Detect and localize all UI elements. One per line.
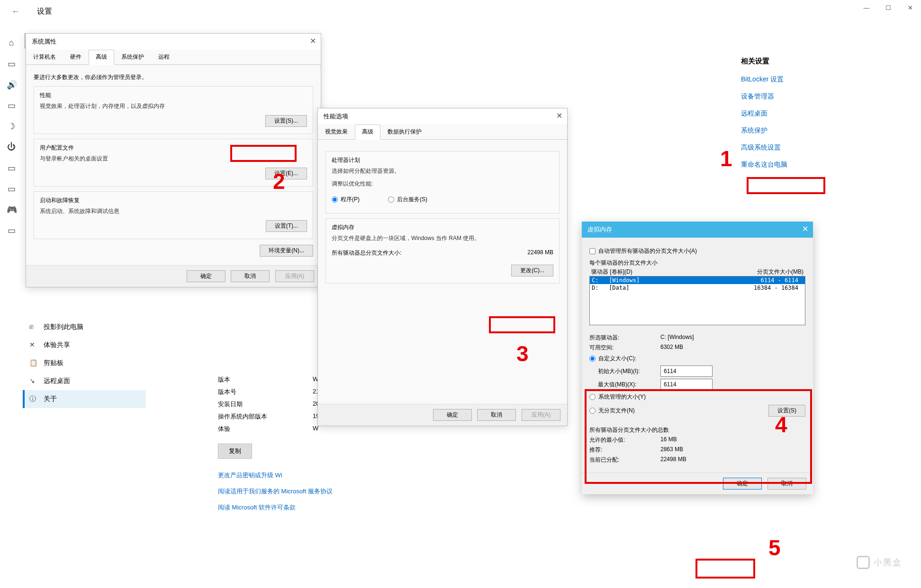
close-icon[interactable]: ✕ (310, 36, 316, 45)
close-icon[interactable]: ✕ (899, 0, 921, 15)
sidebar-item-project[interactable]: ⎚投影到此电脑 (23, 318, 146, 336)
tab-protection[interactable]: 系统保护 (114, 50, 151, 64)
tab-dep[interactable]: 数据执行保护 (380, 125, 429, 139)
related-settings: 相关设置 BitLocker 设置 设备管理器 远程桌面 系统保护 高级系统设置… (741, 57, 883, 178)
moon-icon[interactable]: ☽ (7, 121, 16, 131)
device-manager-link[interactable]: 设备管理器 (741, 92, 883, 101)
drive-row-c[interactable]: C: [Windows]6114 - 6114 (590, 276, 805, 284)
rail-icon[interactable]: ▭ (7, 184, 16, 193)
minimize-icon[interactable]: — (856, 0, 877, 15)
watermark: 小黑盒 (857, 556, 902, 569)
sidebar-item-remote[interactable]: ↘远程桌面 (23, 372, 146, 390)
ok-button[interactable]: 确定 (433, 409, 472, 421)
startup-settings-button[interactable]: 设置(T)... (266, 220, 307, 232)
window-controls: — ☐ ✕ (856, 0, 921, 15)
rail-icon[interactable]: ▭ (7, 163, 16, 172)
settings-title: 设置 (37, 7, 52, 17)
watermark-logo-icon (857, 556, 870, 569)
bitlocker-link[interactable]: BitLocker 设置 (741, 75, 883, 84)
user-profiles-group: 用户配置文件 与登录帐户相关的桌面设置 设置(E)... (34, 139, 313, 187)
gaming-icon[interactable]: 🎮 (7, 205, 16, 214)
performance-options-dialog: 性能选项 ✕ 视觉效果 高级 数据执行保护 处理器计划 选择如何分配处理器资源。… (317, 108, 568, 426)
radio-custom-size[interactable]: 自定义大小(C): (589, 355, 805, 363)
sound-icon[interactable]: 🔊 (7, 80, 16, 89)
env-vars-button[interactable]: 环境变量(N)... (260, 245, 313, 257)
maximize-icon[interactable]: ☐ (877, 0, 899, 15)
rail-icon[interactable]: ▭ (7, 100, 16, 110)
radio-no-pagefile[interactable]: 无分页文件(N) (589, 407, 635, 415)
product-key-link[interactable]: 更改产品密钥或升级 Wi (218, 471, 644, 480)
dialog-title: 虚拟内存 ✕ (582, 222, 813, 238)
ok-button[interactable]: 确定 (723, 478, 762, 490)
initial-size-input[interactable] (660, 365, 713, 377)
scheduler-group: 处理器计划 选择如何分配处理器资源。 调整以优化性能: 程序(P) 后台服务(S… (325, 151, 560, 214)
drive-row-d[interactable]: D: [Data]16384 - 16384 (590, 284, 805, 292)
radio-programs[interactable]: 程序(P) (332, 196, 360, 204)
remote-icon: ↘ (29, 377, 35, 384)
related-title: 相关设置 (741, 57, 883, 66)
cancel-button[interactable]: 取消 (477, 409, 516, 421)
apply-button[interactable]: 应用(A) (275, 270, 314, 282)
tab-advanced[interactable]: 高级 (89, 50, 114, 65)
tab-visual-effects[interactable]: 视觉效果 (318, 125, 355, 139)
dialog-title: 性能选项 ✕ (318, 108, 567, 125)
tab-computer-name[interactable]: 计算机名 (26, 50, 63, 64)
sidebar-item-clipboard[interactable]: 📋剪贴板 (23, 354, 146, 372)
remote-desktop-link[interactable]: 远程桌面 (741, 109, 883, 118)
virtual-memory-group: 虚拟内存 分页文件是硬盘上的一块区域，Windows 当作 RAM 使用。 所有… (325, 218, 560, 284)
system-properties-dialog: 系统属性 ✕ 计算机名 硬件 高级 系统保护 远程 要进行大多数更改，你必须作为… (26, 33, 321, 287)
rename-pc-link[interactable]: 重命名这台电脑 (741, 160, 883, 169)
clipboard-icon: 📋 (29, 359, 37, 366)
info-icon: ⓘ (29, 395, 36, 403)
change-vm-button[interactable]: 更改(C)... (511, 265, 553, 276)
max-size-input[interactable] (660, 379, 713, 390)
rail-icon[interactable]: ▭ (7, 59, 16, 68)
tab-remote[interactable]: 远程 (151, 50, 177, 64)
admin-note: 要进行大多数更改，你必须作为管理员登录。 (34, 73, 313, 81)
sidebar-item-about[interactable]: ⓘ关于 (23, 390, 146, 408)
project-icon: ⎚ (29, 323, 33, 330)
perf-settings-button[interactable]: 设置(S)... (265, 115, 307, 127)
cancel-button[interactable]: 取消 (768, 478, 806, 490)
tab-hardware[interactable]: 硬件 (63, 50, 89, 64)
cancel-button[interactable]: 取消 (231, 270, 270, 282)
dialog-title: 系统属性 ✕ (26, 34, 321, 50)
copy-button[interactable]: 复制 (218, 444, 252, 459)
left-rail: ⌂ ▭ 🔊 ▭ ☽ ⏻ ▭ ▭ 🎮 ▭ (0, 28, 23, 588)
ok-button[interactable]: 确定 (187, 270, 226, 282)
system-protection-link[interactable]: 系统保护 (741, 126, 883, 135)
drive-list[interactable]: C: [Windows]6114 - 6114 D: [Data]16384 -… (589, 276, 805, 325)
radio-system-managed[interactable]: 系统管理的大小(Y) (589, 393, 805, 401)
close-icon[interactable]: ✕ (556, 111, 562, 120)
apply-button[interactable]: 应用(A) (522, 409, 560, 421)
ms-license-link[interactable]: 阅读 Microsoft 软件许可条款 (218, 503, 644, 512)
close-icon[interactable]: ✕ (802, 224, 808, 233)
per-drive-label: 每个驱动器的分页文件大小 (589, 259, 805, 267)
ms-services-link[interactable]: 阅读适用于我们服务的 Microsoft 服务协议 (218, 487, 644, 496)
tabs: 计算机名 硬件 高级 系统保护 远程 (26, 50, 321, 65)
home-icon[interactable]: ⌂ (7, 38, 16, 47)
radio-background[interactable]: 后台服务(S) (388, 196, 427, 204)
startup-group: 启动和故障恢复 系统启动、系统故障和调试信息 设置(T)... (34, 191, 313, 239)
tab-advanced[interactable]: 高级 (355, 125, 380, 140)
power-icon[interactable]: ⏻ (7, 142, 16, 151)
sidebar-item-share[interactable]: ✕体验共享 (23, 336, 146, 354)
auto-manage-checkbox[interactable]: 自动管理所有驱动器的分页文件大小(A) (589, 247, 805, 255)
settings-header: ← 设置 (0, 0, 921, 23)
share-icon: ✕ (29, 341, 35, 348)
advanced-system-link[interactable]: 高级系统设置 (741, 143, 883, 152)
totals-title: 所有驱动器分页文件大小的总数 (589, 426, 805, 434)
rail-icon[interactable]: ▭ (7, 225, 16, 235)
back-icon[interactable]: ← (6, 7, 26, 17)
performance-group: 性能 视觉效果，处理器计划，内存使用，以及虚拟内存 设置(S)... (34, 86, 313, 134)
set-button[interactable]: 设置(S) (768, 405, 805, 417)
virtual-memory-dialog: 虚拟内存 ✕ 自动管理所有驱动器的分页文件大小(A) 每个驱动器的分页文件大小 … (582, 222, 813, 494)
userprof-settings-button[interactable]: 设置(E)... (265, 168, 307, 179)
